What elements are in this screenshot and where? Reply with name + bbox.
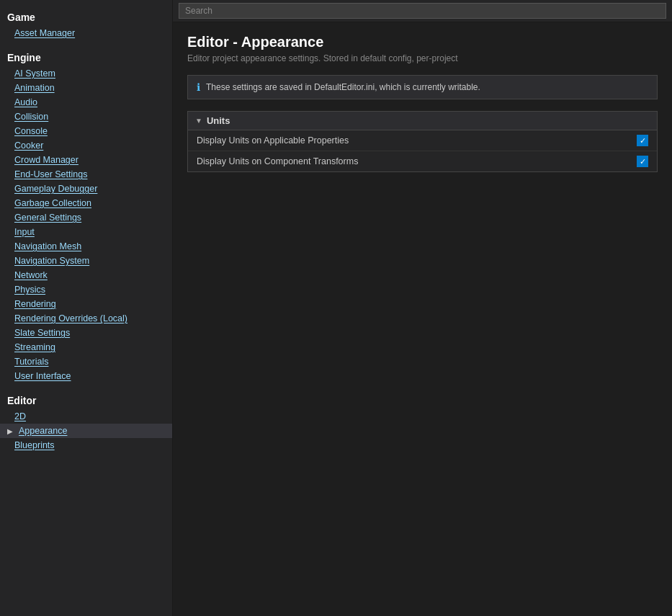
sidebar-item-navigation-system[interactable]: Navigation System	[0, 254, 172, 268]
sidebar-item-input[interactable]: Input	[0, 225, 172, 239]
units-section-title: Units	[207, 115, 230, 126]
sidebar-item-2d[interactable]: 2D	[0, 409, 172, 424]
main-content: Editor - Appearance Editor project appea…	[173, 0, 672, 616]
sidebar-item-rendering-overrides-local-[interactable]: Rendering Overrides (Local)	[0, 311, 172, 326]
units-section-header: ▼ Units	[188, 112, 657, 130]
sidebar-engine-items: AI SystemAnimationAudioCollisionConsoleC…	[0, 66, 172, 383]
settings-label: Display Units on Component Transforms	[197, 156, 358, 166]
sidebar-item-appearance[interactable]: ▶Appearance	[0, 424, 172, 438]
settings-checkbox[interactable]	[637, 156, 648, 167]
sidebar-item-navigation-mesh[interactable]: Navigation Mesh	[0, 239, 172, 254]
search-bar	[173, 0, 672, 22]
search-input[interactable]	[179, 3, 666, 19]
sidebar-game-items: Asset Manager	[0, 26, 172, 40]
sidebar-item-ai-system[interactable]: AI System	[0, 66, 172, 81]
sidebar-item-streaming[interactable]: Streaming	[0, 340, 172, 354]
sidebar-item-asset-manager[interactable]: Asset Manager	[0, 26, 172, 40]
sidebar-item-collision[interactable]: Collision	[0, 110, 172, 124]
sidebar-item-tutorials[interactable]: Tutorials	[0, 354, 172, 369]
sidebar-editor-items: 2D▶AppearanceBlueprints	[0, 409, 172, 452]
info-banner: ℹ These settings are saved in DefaultEdi…	[187, 75, 658, 99]
sidebar-item-blueprints[interactable]: Blueprints	[0, 438, 172, 452]
sidebar-section-game: Game	[0, 4, 172, 26]
units-section: ▼ Units Display Units on Applicable Prop…	[187, 111, 658, 172]
sidebar-item-label: Appearance	[19, 426, 67, 436]
sidebar-item-audio[interactable]: Audio	[0, 95, 172, 110]
sidebar-section-engine: Engine	[0, 45, 172, 66]
sidebar-item-user-interface[interactable]: User Interface	[0, 369, 172, 383]
sidebar-item-end-user-settings[interactable]: End-User Settings	[0, 167, 172, 182]
settings-row: Display Units on Applicable Properties	[188, 130, 657, 151]
sidebar-item-general-settings[interactable]: General Settings	[0, 210, 172, 225]
settings-label: Display Units on Applicable Properties	[197, 135, 349, 146]
units-rows: Display Units on Applicable PropertiesDi…	[188, 130, 657, 171]
sidebar-item-slate-settings[interactable]: Slate Settings	[0, 326, 172, 340]
content-area: Editor - Appearance Editor project appea…	[173, 22, 672, 616]
sidebar-arrow-icon: ▶	[7, 427, 17, 435]
sidebar-item-animation[interactable]: Animation	[0, 81, 172, 95]
sidebar-section-editor: Editor	[0, 388, 172, 409]
settings-row: Display Units on Component Transforms	[188, 151, 657, 171]
collapse-icon: ▼	[195, 117, 202, 125]
sidebar-item-gameplay-debugger[interactable]: Gameplay Debugger	[0, 182, 172, 196]
page-title: Editor - Appearance	[187, 34, 658, 50]
page-subtitle: Editor project appearance settings. Stor…	[187, 53, 658, 63]
info-icon: ℹ	[197, 81, 200, 93]
info-banner-text: These settings are saved in DefaultEdito…	[206, 82, 480, 92]
sidebar: Game Asset Manager Engine AI SystemAnima…	[0, 0, 173, 616]
sidebar-item-rendering[interactable]: Rendering	[0, 297, 172, 311]
sidebar-item-network[interactable]: Network	[0, 268, 172, 282]
sidebar-item-garbage-collection[interactable]: Garbage Collection	[0, 196, 172, 210]
sidebar-item-physics[interactable]: Physics	[0, 282, 172, 297]
sidebar-item-crowd-manager[interactable]: Crowd Manager	[0, 153, 172, 167]
sidebar-item-console[interactable]: Console	[0, 124, 172, 138]
settings-checkbox[interactable]	[637, 135, 648, 146]
sidebar-item-cooker[interactable]: Cooker	[0, 138, 172, 153]
